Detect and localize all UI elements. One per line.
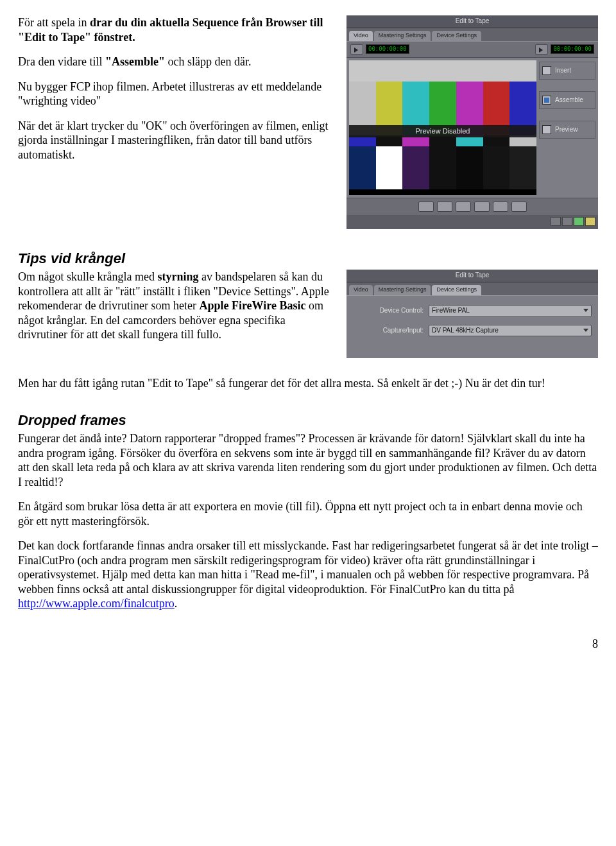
tab-mastering-settings[interactable]: Mastering Settings xyxy=(374,31,431,41)
device-settings-window: Edit to Tape Video Mastering Settings De… xyxy=(346,270,598,358)
preview-checkbox-icon xyxy=(542,125,551,134)
tips-paragraph-2: Men har du fått igång rutan "Edit to Tap… xyxy=(18,376,598,391)
status-cell-green-icon xyxy=(574,217,584,226)
paragraph-3: Nu bygger FCP ihop filmen. Arbetet illus… xyxy=(18,80,334,108)
preview-area: Preview Disabled xyxy=(349,60,536,195)
dropped-frames-p1: Fungerar det ändå inte? Datorn rapporter… xyxy=(18,431,598,489)
device-control-select[interactable]: FireWire PAL xyxy=(429,305,592,317)
capture-input-label: Capture/Input: xyxy=(353,327,429,335)
play-button[interactable] xyxy=(474,202,490,212)
device-control-label: Device Control: xyxy=(353,307,429,315)
tips-heading: Tips vid krångel xyxy=(18,250,598,268)
tab-video[interactable]: Video xyxy=(349,285,373,295)
transport-controls xyxy=(346,198,598,215)
capture-input-select[interactable]: DV PAL 48kHz Capture xyxy=(429,325,592,337)
play-icon[interactable] xyxy=(350,44,363,55)
timecode-right: 00:00:00:00 xyxy=(551,44,594,54)
edit-to-tape-window: Edit to Tape Video Mastering Settings De… xyxy=(346,15,598,229)
status-cell-icon xyxy=(562,217,572,226)
paragraph-4: När det är klart trycker du "OK" och öve… xyxy=(18,119,334,162)
status-cell-yellow-icon xyxy=(585,217,595,226)
status-bar xyxy=(346,215,598,229)
fast-forward-button[interactable] xyxy=(511,202,527,212)
step-back-button[interactable] xyxy=(437,202,452,212)
preview-disabled-banner: Preview Disabled xyxy=(349,125,536,138)
tab-device-settings[interactable]: Device Settings xyxy=(432,31,481,41)
rewind-button[interactable] xyxy=(418,202,434,212)
dropped-frames-p2: En åtgärd som brukar lösa detta är att e… xyxy=(18,499,598,528)
assemble-checkbox-icon xyxy=(542,96,551,105)
apple-fcp-link[interactable]: http://www.apple.com/finalcutpro xyxy=(18,597,175,610)
assemble-button[interactable]: Assemble xyxy=(539,91,595,109)
preview-button[interactable]: Preview xyxy=(539,121,595,139)
tips-paragraph: Om något skulle krångla med styrning av … xyxy=(18,270,334,342)
status-cell-icon xyxy=(551,217,561,226)
step-forward-button[interactable] xyxy=(493,202,508,212)
loop-icon[interactable] xyxy=(535,44,548,55)
page-number: 8 xyxy=(18,637,598,652)
paragraph-2: Dra den vidare till "Assemble" och släpp… xyxy=(18,55,334,69)
timecode-left: 00:00:00:00 xyxy=(366,44,409,54)
tab-video[interactable]: Video xyxy=(349,31,373,41)
tab-mastering-settings[interactable]: Mastering Settings xyxy=(374,285,431,295)
window-title: Edit to Tape xyxy=(346,15,598,28)
paragraph-1: För att spela in drar du din aktuella Se… xyxy=(18,15,334,44)
insert-checkbox-icon xyxy=(542,66,551,75)
insert-button[interactable]: Insert xyxy=(539,62,595,80)
dropped-frames-heading: Dropped frames xyxy=(18,411,598,429)
dropped-frames-p3: Det kan dock fortfarande finnas andra or… xyxy=(18,539,598,611)
window-title: Edit to Tape xyxy=(346,270,598,282)
tab-device-settings[interactable]: Device Settings xyxy=(432,285,481,295)
stop-button[interactable] xyxy=(456,202,471,212)
